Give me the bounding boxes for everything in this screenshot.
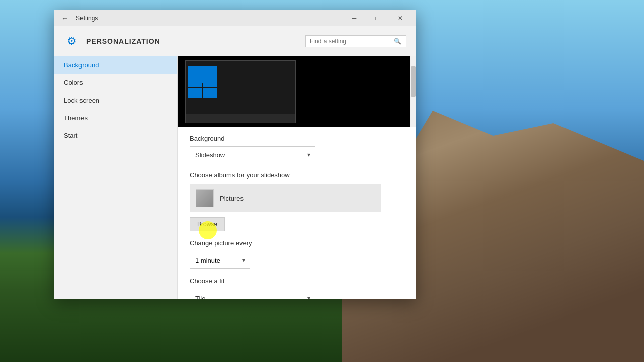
preview-taskbar (186, 114, 295, 123)
content-panel: Background Picture Solid color Slideshow… (178, 127, 416, 299)
personalization-title: PERSONALIZATION (86, 37, 160, 45)
search-input[interactable] (310, 38, 391, 45)
preview-tile-4 (203, 88, 217, 98)
sidebar: Background Colors Lock screen Themes Sta… (54, 56, 177, 299)
sidebar-item-label: Start (64, 132, 77, 139)
background-dropdown-wrapper[interactable]: Picture Solid color Slideshow ▾ (190, 146, 315, 163)
settings-window: ← Settings ─ □ ✕ ⚙ PERSONALIZATION 🔍 Bac… (54, 10, 416, 299)
search-box[interactable]: 🔍 (305, 35, 406, 47)
fit-dropdown-wrapper[interactable]: Fill Fit Stretch Tile Center Span ▾ (190, 290, 315, 299)
back-button[interactable]: ← (58, 11, 72, 25)
sidebar-item-start[interactable]: Start (54, 127, 177, 144)
window-controls: ─ □ ✕ (343, 10, 412, 26)
preview-tile-1 (188, 77, 202, 87)
change-picture-dropdown-wrapper[interactable]: 1 minute 10 minutes 30 minutes 1 hour 6 … (190, 252, 250, 269)
preview-tiles (188, 66, 217, 98)
window-header: ⚙ PERSONALIZATION 🔍 (54, 26, 416, 56)
search-icon: 🔍 (394, 38, 401, 45)
preview-tile-2 (203, 77, 217, 87)
preview-tile-3 (188, 88, 202, 98)
browse-button[interactable]: Browse (190, 217, 225, 231)
album-row[interactable]: Pictures (190, 184, 381, 212)
album-thumbnail (196, 189, 214, 207)
background-dropdown[interactable]: Picture Solid color Slideshow (190, 146, 315, 163)
sidebar-item-label: Themes (64, 114, 88, 122)
album-name: Pictures (220, 195, 244, 202)
sidebar-item-themes[interactable]: Themes (54, 109, 177, 127)
maximize-button[interactable]: □ (366, 10, 389, 26)
sidebar-item-lock-screen[interactable]: Lock screen (54, 92, 177, 109)
gear-icon: ⚙ (64, 33, 80, 49)
main-content: Background Picture Solid color Slideshow… (177, 56, 416, 299)
fit-label: Choose a fit (190, 277, 404, 285)
preview-inner (185, 60, 296, 123)
minimize-button[interactable]: ─ (343, 10, 366, 26)
window-title: Settings (76, 15, 98, 22)
preview-area (178, 56, 416, 127)
sidebar-item-label: Background (64, 61, 99, 69)
sidebar-item-label: Colors (64, 79, 83, 86)
background-section-label: Background (190, 135, 404, 142)
fit-dropdown[interactable]: Fill Fit Stretch Tile Center Span (190, 290, 315, 299)
title-bar: ← Settings ─ □ ✕ (54, 10, 416, 26)
title-bar-nav: ← Settings (58, 11, 343, 25)
albums-label: Choose albums for your slideshow (190, 171, 404, 179)
sidebar-item-background[interactable]: Background (54, 56, 177, 74)
scrollbar-thumb[interactable] (411, 66, 416, 97)
close-button[interactable]: ✕ (389, 10, 412, 26)
main-layout: Background Colors Lock screen Themes Sta… (54, 56, 416, 299)
scrollbar-track[interactable] (410, 56, 416, 127)
sidebar-item-colors[interactable]: Colors (54, 74, 177, 92)
sidebar-item-label: Lock screen (64, 97, 99, 104)
change-picture-label: Change picture every (190, 239, 404, 247)
change-picture-dropdown[interactable]: 1 minute 10 minutes 30 minutes 1 hour 6 … (190, 252, 250, 269)
